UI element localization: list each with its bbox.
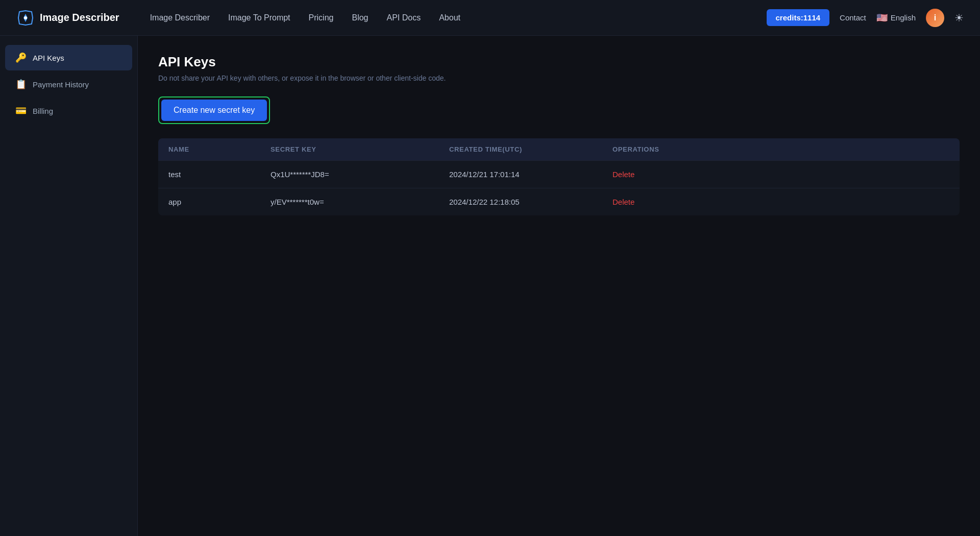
main-layout: 🔑 API Keys 📋 Payment History 💳 Billing A… [0, 36, 980, 536]
flag-icon: 🇺🇸 [876, 12, 888, 23]
api-keys-icon: 🔑 [15, 52, 27, 63]
logo-icon [16, 9, 35, 27]
header-right: credits:1114 Contact 🇺🇸 English i ☀ [767, 9, 964, 27]
table-row: test Qx1U*******JD8= 2024/12/21 17:01:14… [158, 161, 960, 188]
avatar[interactable]: i [926, 9, 944, 27]
content-area: API Keys Do not share your API key with … [138, 36, 980, 536]
row1-operations: Delete [602, 161, 960, 188]
sidebar-item-label-payment-history: Payment History [33, 80, 89, 89]
language-label: English [891, 13, 916, 22]
logo-text: Image Describer [40, 12, 119, 23]
logo-area[interactable]: Image Describer [16, 9, 119, 27]
page-title: API Keys [158, 54, 960, 70]
language-selector[interactable]: 🇺🇸 English [876, 12, 916, 23]
col-header-name: NAME [158, 138, 260, 161]
row2-secret-key: y/EV*******t0w= [260, 188, 439, 216]
table-header: NAME SECRET KEY CREATED TIME(UTC) OPERAT… [158, 138, 960, 161]
row1-created-time: 2024/12/21 17:01:14 [439, 161, 602, 188]
sidebar-item-label-api-keys: API Keys [33, 54, 64, 62]
create-secret-key-button[interactable]: Create new secret key [161, 100, 267, 121]
nav-image-to-prompt[interactable]: Image To Prompt [228, 13, 290, 22]
page-subtitle: Do not share your API key with others, o… [158, 74, 960, 82]
credits-badge[interactable]: credits:1114 [767, 9, 830, 26]
col-header-operations: OPERATIONS [602, 138, 960, 161]
col-header-created-time: CREATED TIME(UTC) [439, 138, 602, 161]
delete-button-row1[interactable]: Delete [612, 170, 634, 179]
row2-name: app [158, 188, 260, 216]
header: Image Describer Image Describer Image To… [0, 0, 980, 36]
row2-created-time: 2024/12/22 12:18:05 [439, 188, 602, 216]
theme-toggle-icon[interactable]: ☀ [954, 12, 964, 24]
nav-pricing[interactable]: Pricing [309, 13, 334, 22]
table-row: app y/EV*******t0w= 2024/12/22 12:18:05 … [158, 188, 960, 216]
sidebar-item-api-keys[interactable]: 🔑 API Keys [5, 45, 132, 70]
sidebar-item-label-billing: Billing [33, 107, 53, 115]
delete-button-row2[interactable]: Delete [612, 198, 634, 206]
nav-about[interactable]: About [439, 13, 460, 22]
create-btn-wrapper: Create new secret key [158, 96, 270, 124]
col-header-secret-key: SECRET KEY [260, 138, 439, 161]
api-keys-table: NAME SECRET KEY CREATED TIME(UTC) OPERAT… [158, 138, 960, 215]
main-nav: Image Describer Image To Prompt Pricing … [150, 13, 746, 22]
billing-icon: 💳 [15, 105, 27, 116]
payment-history-icon: 📋 [15, 79, 27, 90]
row1-secret-key: Qx1U*******JD8= [260, 161, 439, 188]
table-header-row: NAME SECRET KEY CREATED TIME(UTC) OPERAT… [158, 138, 960, 161]
nav-api-docs[interactable]: API Docs [387, 13, 421, 22]
svg-point-0 [24, 16, 27, 19]
row2-operations: Delete [602, 188, 960, 216]
nav-image-describer[interactable]: Image Describer [150, 13, 210, 22]
sidebar: 🔑 API Keys 📋 Payment History 💳 Billing [0, 36, 138, 536]
sidebar-item-billing[interactable]: 💳 Billing [5, 98, 132, 124]
sidebar-item-payment-history[interactable]: 📋 Payment History [5, 71, 132, 97]
table-body: test Qx1U*******JD8= 2024/12/21 17:01:14… [158, 161, 960, 216]
row1-name: test [158, 161, 260, 188]
nav-blog[interactable]: Blog [352, 13, 368, 22]
contact-link[interactable]: Contact [840, 13, 866, 22]
